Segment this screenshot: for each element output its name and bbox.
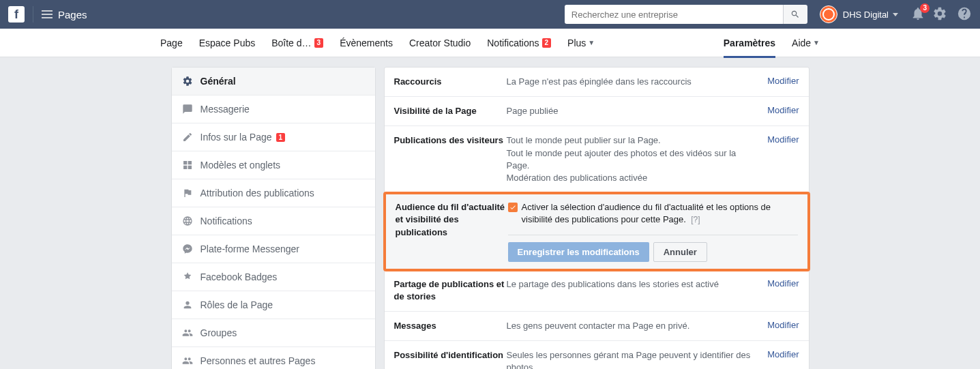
sidebar-item-label: Groupes	[201, 327, 237, 338]
sidebar-item-attribution-des-publications[interactable]: Attribution des publications	[172, 179, 375, 207]
tab-bo-te-d-[interactable]: Boîte d…3	[263, 29, 331, 57]
tab-label: Espace Pubs	[199, 38, 256, 48]
hamburger-icon[interactable]	[42, 8, 53, 20]
setting-desc: Le partage des publications dans les sto…	[507, 278, 761, 303]
sidebar-item-r-les-de-la-page[interactable]: Rôles de la Page	[172, 291, 375, 319]
sidebar-item-infos-sur-la-page[interactable]: Infos sur la Page1	[172, 123, 375, 151]
setting-row: Possibilité d'identificationSeules les p…	[385, 341, 809, 369]
sidebar-item-notifications[interactable]: Notifications	[172, 207, 375, 235]
sidebar-item-messagerie[interactable]: Messagerie	[172, 95, 375, 123]
people-icon	[181, 355, 194, 367]
modify-link[interactable]: Modifier	[767, 320, 799, 332]
notifications-button[interactable]: 3	[910, 6, 925, 23]
setting-label: Partage de publications et de stories	[394, 278, 507, 303]
setting-desc: Page publiée	[507, 105, 761, 117]
setting-label: Possibilité d'identification	[394, 349, 507, 369]
setting-desc: Les gens peuvent contacter ma Page en pr…	[507, 320, 761, 332]
grid-icon	[181, 159, 194, 171]
setting-desc: Tout le monde peut publier sur la Page.T…	[507, 134, 761, 184]
setting-desc: La Page n'est pas épinglée dans les racc…	[507, 76, 761, 88]
search-button[interactable]	[783, 5, 807, 24]
tab-notifications[interactable]: Notifications2	[479, 29, 559, 57]
checkbox[interactable]	[508, 203, 518, 212]
app-title: Pages	[58, 9, 87, 20]
save-button[interactable]: Enregistrer les modifications	[508, 242, 649, 262]
setting-label: Publications des visiteurs	[394, 134, 507, 184]
sidebar-item-label: Notifications	[201, 216, 252, 226]
facebook-logo[interactable]: f	[8, 6, 33, 23]
pencil-icon	[181, 131, 194, 143]
setting-row-highlighted: Audience du fil d'actualité et visibilit…	[383, 192, 810, 271]
user-name: DHS Digital	[843, 10, 889, 20]
sidebar-item-personnes-et-autres-pages[interactable]: Personnes et autres Pages	[172, 347, 375, 369]
tab-label: Plus	[567, 38, 586, 48]
settings-content: RaccourcisLa Page n'est pas épinglée dan…	[384, 67, 810, 369]
sidebar-item-label: Modèles et onglets	[201, 160, 281, 171]
tab--v-nements[interactable]: Évènements	[331, 29, 401, 57]
tab-espace-pubs[interactable]: Espace Pubs	[191, 29, 264, 57]
search-wrap	[565, 5, 807, 24]
tab-plus[interactable]: Plus▼	[559, 29, 603, 57]
tab-label: Évènements	[340, 38, 393, 48]
search-icon	[790, 10, 800, 19]
sidebar-item-label: Rôles de la Page	[201, 299, 273, 310]
setting-row: RaccourcisLa Page n'est pas épinglée dan…	[385, 68, 809, 97]
sidebar-item-label: Infos sur la Page	[201, 132, 272, 143]
setting-row: Visibilité de la PagePage publiéeModifie…	[385, 97, 809, 126]
sidebar-item-mod-les-et-onglets[interactable]: Modèles et onglets	[172, 151, 375, 179]
setting-label: Audience du fil d'actualité et visibilit…	[396, 201, 508, 261]
sidebar-item-facebook-badges[interactable]: Facebook Badges	[172, 263, 375, 291]
tab-badge: 3	[314, 38, 324, 48]
globe-icon	[181, 215, 194, 227]
people-icon	[181, 327, 194, 339]
gear-icon	[181, 75, 194, 87]
topbar: f Pages DHS Digital 3	[0, 0, 980, 29]
cancel-button[interactable]: Annuler	[653, 242, 707, 262]
chat-icon	[181, 103, 194, 115]
caret-down-icon: ▼	[813, 39, 820, 46]
user-menu[interactable]: DHS Digital	[820, 5, 898, 23]
modify-link[interactable]: Modifier	[767, 134, 799, 184]
setting-label: Visibilité de la Page	[394, 105, 507, 117]
modify-link[interactable]: Modifier	[767, 278, 799, 303]
help-hint[interactable]: [?]	[689, 215, 700, 224]
sidebar-item-g-n-ral[interactable]: Général	[172, 68, 375, 95]
tab-label: Creator Studio	[409, 38, 471, 48]
modify-link[interactable]: Modifier	[767, 349, 799, 369]
tab-aide[interactable]: Aide▼	[784, 29, 828, 57]
modify-link[interactable]: Modifier	[767, 105, 799, 117]
setting-row: MessagesLes gens peuvent contacter ma Pa…	[385, 312, 809, 341]
sidebar-item-label: Messagerie	[201, 104, 250, 115]
sidebar-item-groupes[interactable]: Groupes	[172, 319, 375, 347]
tab-param-tres[interactable]: Paramètres	[715, 29, 784, 57]
setting-label: Messages	[394, 320, 507, 332]
tab-creator-studio[interactable]: Creator Studio	[401, 29, 479, 57]
person-icon	[181, 299, 194, 311]
sidebar-item-label: Personnes et autres Pages	[201, 355, 316, 366]
help-button[interactable]	[957, 6, 972, 23]
setting-body: Activer la sélection d'audience du fil d…	[508, 201, 798, 261]
checkbox-label: Activer la sélection d'audience du fil d…	[522, 201, 798, 226]
caret-down-icon	[893, 13, 898, 16]
sidebar-badge: 1	[276, 133, 286, 142]
gear-icon	[932, 6, 947, 21]
sidebar-item-label: Général	[201, 76, 236, 87]
tab-label: Paramètres	[724, 38, 775, 48]
setting-row: Partage de publications et de storiesLe …	[385, 270, 809, 312]
setting-row: Publications des visiteursTout le monde …	[385, 126, 809, 193]
settings-button[interactable]	[932, 6, 947, 23]
sidebar-item-plate-forme-messenger[interactable]: Plate-forme Messenger	[172, 235, 375, 263]
search-input[interactable]	[565, 5, 783, 24]
tab-label: Boîte d…	[271, 38, 311, 48]
flag-icon	[181, 187, 194, 199]
tab-page[interactable]: Page	[152, 29, 191, 57]
sidebar-item-label: Plate-forme Messenger	[201, 243, 300, 254]
sidebar-item-label: Attribution des publications	[201, 188, 314, 198]
tabs-bar: PageEspace PubsBoîte d…3ÉvènementsCreato…	[0, 29, 980, 57]
badge-icon	[181, 271, 194, 283]
modify-link[interactable]: Modifier	[767, 76, 799, 88]
help-icon	[957, 6, 972, 21]
settings-sidebar: GénéralMessagerieInfos sur la Page1Modèl…	[171, 67, 376, 369]
notification-badge: 3	[920, 3, 930, 13]
messenger-icon	[181, 243, 194, 255]
